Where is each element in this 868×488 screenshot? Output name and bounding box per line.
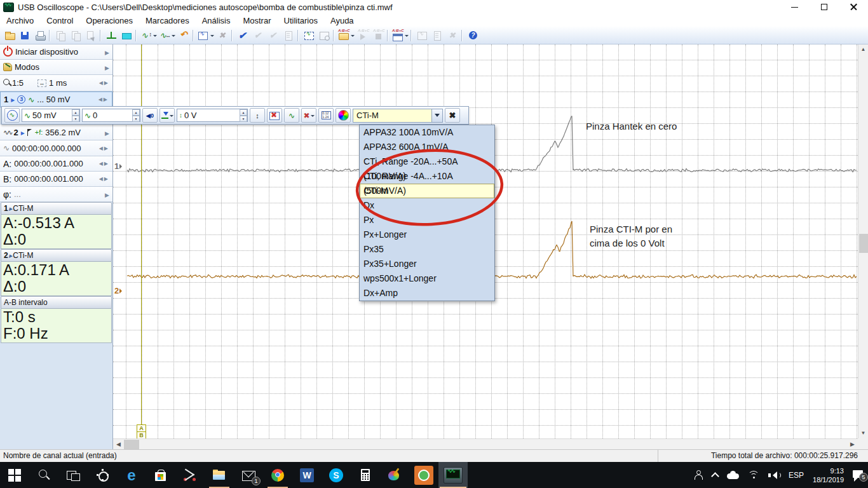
menu-item[interactable]: Análisis — [196, 14, 237, 27]
adjust-arrows-icon[interactable] — [99, 161, 109, 166]
delete-view-button[interactable] — [215, 28, 230, 43]
dropdown-item-px[interactable]: Px — [360, 213, 494, 227]
zoom-in-signal-button[interactable] — [140, 28, 158, 43]
scope-view-button[interactable] — [415, 28, 430, 43]
wave-style-button[interactable] — [284, 108, 299, 123]
offset-spinner[interactable] — [132, 109, 140, 121]
notes-button[interactable] — [281, 28, 296, 43]
scroll-down-icon[interactable] — [858, 428, 868, 438]
taskbar-whatsapp[interactable] — [409, 462, 438, 488]
start-button[interactable] — [0, 462, 29, 488]
level-spinner[interactable] — [240, 109, 247, 121]
taskbar-word[interactable]: W — [292, 462, 322, 488]
marker-b-value[interactable]: 000:00:00.001.000 — [14, 174, 83, 184]
channel-type-combo[interactable]: CTi-M — [353, 109, 443, 123]
sidebar-item-start-device[interactable]: Iniciar dispositivo — [0, 44, 112, 60]
apply-button[interactable] — [236, 28, 250, 43]
dropdown-item-wps500x1-longer[interactable]: wps500x1+Longer — [360, 271, 494, 286]
chevron-down-icon[interactable] — [351, 35, 355, 39]
copy-pages-alt-button[interactable] — [69, 28, 83, 43]
taskbar-edge[interactable]: e — [117, 462, 146, 488]
close-toolbar-button[interactable] — [445, 108, 460, 123]
dropdown-item-dx[interactable]: Dx — [360, 198, 494, 213]
clock[interactable]: 9:13 18/1/2019 — [808, 462, 848, 488]
task-view-button[interactable] — [58, 462, 88, 488]
sidebar-item-trigger[interactable]: 2 +f: 356.2 mV — [0, 125, 112, 140]
inspect-region-button[interactable] — [317, 28, 332, 43]
selection-tool-button[interactable] — [119, 28, 134, 43]
abc-stop-button[interactable] — [371, 28, 386, 43]
dropdown-item-cti-range-10a[interactable]: CTi, Range -4A...+10A (500mV/A) — [360, 169, 494, 184]
sidebar-item-marker-a[interactable]: A: 000:00:00.001.000 — [0, 156, 112, 172]
undo-button[interactable] — [177, 28, 191, 43]
marker-a-value[interactable]: 000:00:00.001.000 — [14, 159, 83, 168]
taskbar-snipping-tool[interactable] — [175, 462, 205, 488]
sidebar-item-channel1-range[interactable]: 1 3 ... 50 mV — [0, 92, 112, 107]
copy-pages-button[interactable] — [53, 28, 68, 43]
minimize-button[interactable] — [780, 0, 810, 14]
taskbar-calculator[interactable] — [351, 462, 380, 488]
open-file-button[interactable] — [3, 28, 17, 43]
expand-arrow-icon[interactable] — [105, 62, 109, 72]
expand-arrow-icon[interactable] — [105, 189, 109, 199]
taskbar-file-explorer[interactable] — [205, 462, 234, 488]
scroll-left-icon[interactable] — [113, 439, 124, 449]
adjust-arrows-icon[interactable] — [99, 146, 109, 151]
channel1-range-value[interactable]: ... 50 mV — [37, 95, 70, 104]
maximize-button[interactable] — [810, 0, 839, 14]
horizontal-scrollbar[interactable] — [113, 438, 858, 449]
chevron-down-icon[interactable] — [405, 35, 409, 39]
report-button[interactable] — [430, 28, 445, 43]
channel-wave-button[interactable] — [4, 108, 20, 123]
adjust-arrows-icon[interactable] — [99, 176, 109, 182]
close-button[interactable] — [839, 0, 868, 14]
taskbar-chrome[interactable] — [263, 462, 292, 488]
taskbar-skype[interactable]: S — [322, 462, 351, 488]
apply-down-button[interactable] — [251, 28, 266, 43]
trigger-level-value[interactable]: 356.2 mV — [45, 128, 81, 137]
tray-onedrive-icon[interactable] — [722, 462, 743, 488]
offset-field[interactable]: 0 — [82, 109, 140, 122]
taskbar-settings[interactable] — [88, 462, 117, 488]
save-button[interactable] — [18, 28, 32, 43]
notification-center-icon[interactable]: 5 — [848, 462, 868, 488]
sidebar-item-time-position[interactable]: 000:00:00.000.000 — [0, 140, 112, 156]
vertical-scroll-thumb[interactable] — [859, 234, 868, 253]
chevron-down-icon[interactable] — [311, 115, 315, 119]
abc-panel-button[interactable] — [391, 28, 409, 43]
trigger-level-field[interactable]: 0 V — [177, 109, 248, 122]
abc-play-button[interactable] — [356, 28, 370, 43]
sidebar-item-phase[interactable]: φ: ... — [0, 187, 112, 202]
horizontal-scroll-thumb[interactable] — [124, 440, 139, 449]
trigger-slope-button[interactable] — [159, 108, 175, 123]
select-region-button[interactable] — [302, 28, 316, 43]
taskbar-search[interactable] — [29, 462, 58, 488]
menu-item[interactable]: Control — [40, 14, 79, 27]
sidebar-item-zoom-timebase[interactable]: 1:5 1 ms — [0, 75, 112, 92]
dropdown-item-cti-range-50a[interactable]: CTi, Range -20A...+50A (100mV/A) — [360, 154, 494, 169]
print-button[interactable] — [33, 28, 48, 43]
taskbar-mail[interactable]: 1 — [234, 462, 263, 488]
remove-filter-button[interactable] — [301, 108, 316, 123]
apply-up-button[interactable] — [266, 28, 281, 43]
dropdown-item-px35[interactable]: Px35 — [360, 242, 494, 257]
chevron-down-icon[interactable] — [170, 115, 173, 119]
gain-spinner[interactable] — [72, 109, 79, 121]
zoom-ratio-value[interactable]: 1:5 — [12, 78, 24, 88]
export-page-button[interactable] — [84, 28, 98, 43]
panel-header[interactable]: 1CTi-M — [1, 202, 112, 215]
menu-item[interactable]: Utilitarios — [278, 14, 324, 27]
gain-field[interactable]: 50 mV — [22, 109, 80, 122]
abc-open-button[interactable] — [337, 28, 355, 43]
language-indicator[interactable]: ESP — [784, 462, 808, 488]
timebase-value[interactable]: 1 ms — [49, 78, 67, 88]
dropdown-item-px-longer[interactable]: Px+Longer — [360, 227, 494, 242]
chevron-down-icon[interactable] — [172, 35, 175, 39]
panel-header[interactable]: 2CTi-M — [1, 249, 112, 262]
view-mode-button[interactable] — [197, 28, 215, 43]
menu-item[interactable]: Operaciones — [79, 14, 139, 27]
tray-wifi-icon[interactable] — [743, 462, 764, 488]
dropdown-item-px35-longer[interactable]: Px35+Longer — [360, 257, 494, 271]
combo-dropdown-button[interactable] — [431, 109, 442, 122]
menu-item[interactable]: Marcadores — [139, 14, 196, 27]
